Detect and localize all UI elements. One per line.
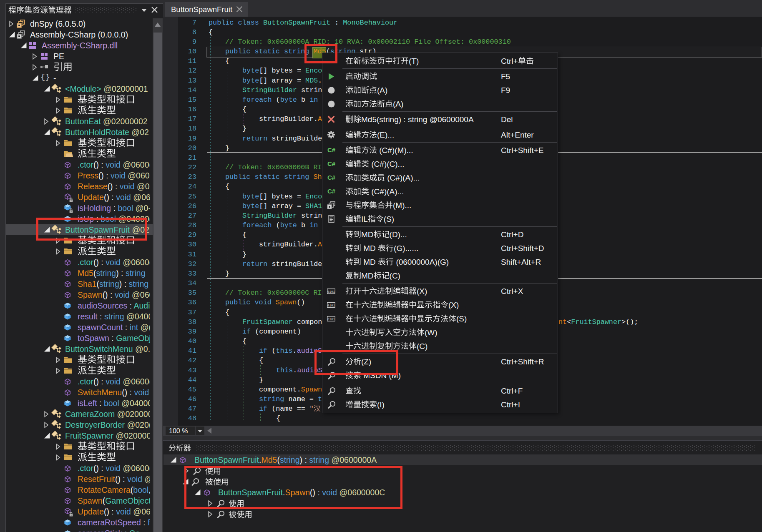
svg-text:0101: 0101	[327, 304, 335, 307]
svg-text:0101: 0101	[327, 290, 335, 293]
svg-text:0101: 0101	[327, 317, 335, 321]
